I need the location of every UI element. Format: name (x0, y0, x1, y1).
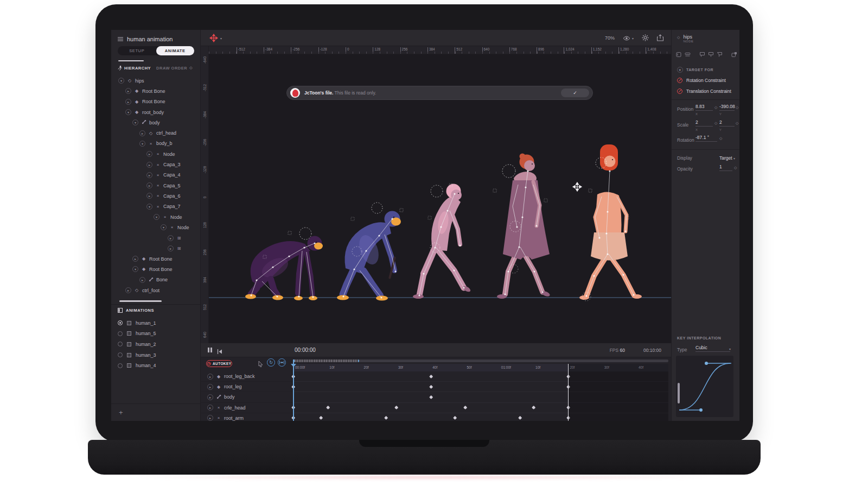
select-cursor-icon[interactable] (258, 359, 263, 369)
tree-item-body[interactable]: ▾body (111, 117, 201, 128)
tool-dropdown-caret[interactable]: ▾ (220, 36, 222, 40)
tree-item-Capa_7[interactable]: ▾×Capa_7 (111, 201, 201, 212)
constraint-item-translation[interactable]: Translation Constraint (677, 89, 731, 94)
panel-scrollbar[interactable] (678, 383, 680, 403)
opacity-field[interactable]: 1 (719, 164, 732, 171)
tree-item-Node[interactable]: ▸×Node (111, 149, 201, 159)
animation-item-human_5[interactable]: human_5 (118, 329, 199, 339)
canvas-figure-chimpanzee[interactable] (337, 203, 403, 301)
tree-item-Capa_4[interactable]: ▸×Capa_4 (111, 170, 201, 180)
chevron-down-icon[interactable]: ▾ (139, 141, 145, 147)
timeline-track-body[interactable]: ▸body (201, 392, 293, 402)
tree-item-Node[interactable]: ▾×Node (111, 222, 201, 232)
tree-item-hips[interactable]: ▾◇hips (111, 75, 201, 86)
tree-item-Capa_3[interactable]: ▸×Capa_3 (111, 159, 201, 169)
export-button[interactable] (657, 34, 663, 42)
chevron-right-icon[interactable]: ▸ (146, 172, 152, 178)
chevron-right-icon[interactable]: ▸ (125, 99, 131, 105)
chevron-right-icon[interactable]: ▸ (168, 245, 174, 251)
display-select[interactable]: Target ▾ (719, 155, 735, 161)
chevron-down-icon[interactable]: ▾ (132, 119, 138, 125)
move-tool-button[interactable] (209, 34, 218, 45)
chevron-right-icon[interactable]: ▸ (139, 130, 145, 136)
position-y-key-icon[interactable]: ◇ (736, 105, 738, 110)
transform-tab-icon-1[interactable] (731, 52, 737, 58)
keyframe[interactable] (326, 406, 330, 410)
chevron-right-icon[interactable]: ▸ (146, 151, 152, 157)
tree-item-body_b[interactable]: ▾×body_b (111, 138, 201, 149)
tree-item-Capa_6[interactable]: ▸×Capa_6 (111, 191, 201, 201)
tree-item-Bone[interactable]: ▸Bone (111, 275, 201, 285)
canvas-figure-primate[interactable] (245, 228, 323, 300)
visibility-button[interactable]: ▾ (623, 36, 634, 41)
timeline-range-handle[interactable] (293, 359, 359, 362)
chevron-right-icon[interactable]: ▸ (207, 405, 213, 411)
radio-icon[interactable] (118, 342, 123, 346)
slot-view-icon[interactable] (685, 52, 691, 58)
chevron-right-icon[interactable]: ▸ (168, 235, 174, 241)
tab-draw-order[interactable]: DRAW ORDER ◇ (156, 66, 193, 71)
chevron-down-icon[interactable]: ▾ (146, 204, 152, 210)
keyframe[interactable] (319, 416, 323, 420)
pause-button[interactable] (208, 348, 212, 352)
constraint-tab-icon-2[interactable] (708, 52, 714, 58)
chevron-right-icon[interactable]: ▸ (125, 88, 131, 94)
timeline-track-root_leg[interactable]: ▸◆root_leg (201, 382, 293, 392)
zoom-level[interactable]: 70% (605, 35, 615, 41)
keyframe[interactable] (429, 374, 433, 379)
tab-setup[interactable]: SETUP (118, 46, 156, 55)
keyframe[interactable] (453, 416, 457, 420)
timeline-range-scrollbar[interactable] (293, 359, 668, 362)
fit-range-button[interactable] (278, 358, 286, 367)
animation-item-human_4[interactable]: human_4 (118, 360, 199, 371)
scale-x-key-icon[interactable]: ◇ (714, 121, 717, 125)
tree-item-root_body[interactable]: ▾◆root_body (111, 107, 201, 117)
constraint-item-rotation[interactable]: Rotation Constraint (677, 78, 726, 83)
rotation-key-icon[interactable]: ◇ (719, 136, 722, 141)
tree-item-Root Bone[interactable]: ▸◆Root Bone (111, 86, 201, 96)
chevron-down-icon[interactable]: ▾ (161, 224, 167, 230)
chevron-right-icon[interactable]: ▸ (132, 256, 138, 262)
interpolation-type-select[interactable]: Cubic (695, 345, 730, 352)
tree-item-ctrl_head[interactable]: ▸◇ctrl_head (111, 128, 201, 138)
radio-icon[interactable] (118, 352, 123, 357)
tree-item-Root Bone[interactable]: ▸◆Root Bone (111, 254, 201, 264)
position-x-key-icon[interactable]: ◇ (714, 105, 717, 110)
opacity-key-icon[interactable]: ◇ (734, 166, 737, 170)
chevron-right-icon[interactable]: ▸ (146, 193, 152, 199)
chevron-down-icon[interactable]: ▾ (125, 109, 131, 115)
tree-item-Node[interactable]: ▾×Node (111, 212, 201, 222)
animation-item-human_1[interactable]: human_1 (118, 318, 199, 329)
chevron-right-icon[interactable]: ▸ (207, 374, 213, 380)
tree-item-node[interactable]: ▸⊞ (111, 243, 201, 254)
radio-icon[interactable] (118, 363, 123, 368)
target-for-collapse[interactable]: ▾ (677, 67, 683, 73)
keyframe[interactable] (429, 385, 433, 389)
skip-start-button[interactable] (217, 347, 222, 357)
chevron-right-icon[interactable]: ▸ (207, 384, 213, 390)
position-x-field[interactable]: 8.83 (695, 104, 713, 111)
radio-icon[interactable] (118, 331, 123, 336)
chevron-right-icon[interactable]: ▸ (146, 162, 152, 168)
keyframe[interactable] (429, 395, 433, 400)
animation-end-marker[interactable] (568, 364, 569, 421)
add-animation-button[interactable]: + (119, 408, 123, 417)
tree-item-Root Bone[interactable]: ▸◆Root Bone (111, 97, 201, 107)
timeline-track-root_arm[interactable]: ▸×root_arm (201, 413, 293, 421)
radio-icon[interactable] (118, 320, 123, 325)
timeline-track-crle_head[interactable]: ▸×crle_head (201, 403, 293, 413)
constraint-tab-icon-3[interactable] (717, 52, 723, 58)
curve-handle-in[interactable] (699, 408, 703, 412)
canvas-figure-modern-woman[interactable] (579, 144, 642, 301)
constraint-tab-icon-1[interactable] (699, 52, 705, 58)
keyframe[interactable] (384, 416, 388, 420)
playhead-handle[interactable] (291, 364, 296, 367)
loop-button[interactable]: ↻ (267, 358, 275, 367)
scale-y-field[interactable]: 2 (719, 119, 735, 127)
canvas-figure-woman-dress[interactable] (493, 154, 551, 299)
settings-button[interactable] (642, 34, 649, 42)
tab-hierarchy[interactable]: HIERARCHY (118, 66, 151, 71)
tree-item-Capa_5[interactable]: ▸×Capa_5 (111, 180, 201, 191)
tree-item-node[interactable]: ▸⊞ (111, 232, 201, 243)
animation-item-human_2[interactable]: human_2 (118, 339, 199, 350)
